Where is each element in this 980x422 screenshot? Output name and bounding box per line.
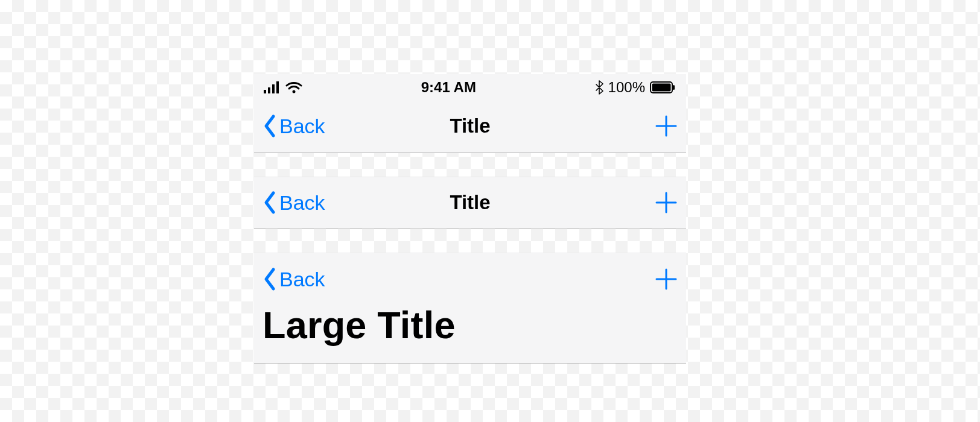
chevron-left-icon: [262, 191, 277, 215]
chevron-left-icon: [262, 267, 277, 291]
back-label: Back: [279, 116, 325, 136]
navbar-row: Back: [254, 253, 686, 305]
back-button[interactable]: Back: [262, 191, 325, 215]
navbar-title-empty: [478, 279, 502, 280]
plus-icon: [655, 268, 678, 291]
navbar-row: Back Title: [254, 177, 686, 228]
svg-rect-2: [272, 84, 275, 93]
svg-rect-3: [276, 81, 279, 93]
bluetooth-icon: [595, 80, 603, 95]
back-label: Back: [279, 192, 325, 213]
add-button[interactable]: [655, 268, 678, 291]
back-label: Back: [279, 269, 325, 289]
chevron-left-icon: [262, 114, 277, 138]
status-time: 9:41 AM: [302, 79, 595, 96]
cellular-signal-icon: [264, 81, 281, 93]
add-button[interactable]: [655, 191, 678, 214]
plus-icon: [655, 115, 678, 137]
svg-rect-0: [264, 90, 266, 93]
wifi-icon: [285, 81, 302, 93]
svg-point-4: [293, 90, 296, 93]
svg-rect-7: [673, 85, 675, 90]
svg-rect-6: [652, 83, 671, 91]
status-right: 100%: [595, 79, 675, 96]
status-left: [264, 81, 302, 93]
svg-rect-1: [268, 87, 270, 93]
navbar-row: Back Title: [254, 100, 686, 152]
battery-icon: [650, 81, 675, 93]
add-button[interactable]: [655, 115, 678, 137]
large-title: Large Title: [254, 305, 686, 352]
plus-icon: [655, 191, 678, 214]
navbar-standard: Back Title: [254, 177, 686, 228]
back-button[interactable]: Back: [262, 114, 325, 138]
back-button[interactable]: Back: [262, 267, 325, 291]
battery-percent: 100%: [608, 79, 645, 96]
navbar-with-statusbar: 9:41 AM 100%: [254, 74, 686, 153]
status-bar: 9:41 AM 100%: [254, 74, 686, 100]
canvas: 9:41 AM 100%: [0, 0, 980, 422]
navbar-large-title: Back Large Title: [254, 253, 686, 364]
